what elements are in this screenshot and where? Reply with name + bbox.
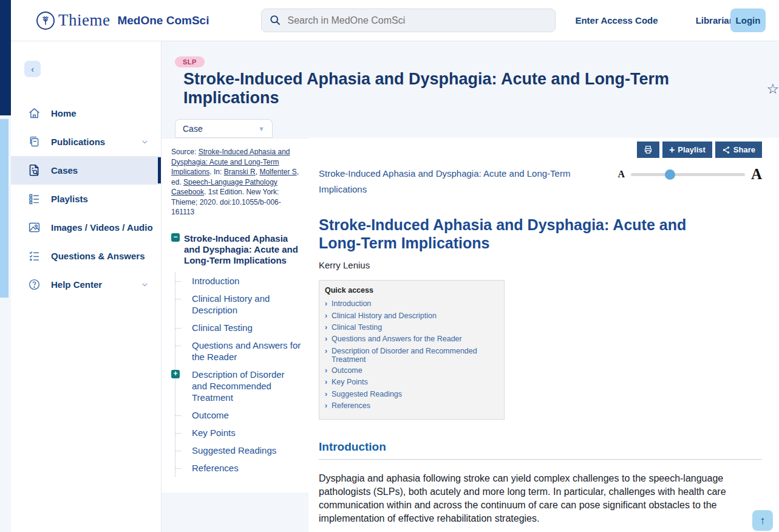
- toc-root-link[interactable]: Stroke-Induced Aphasia and Dysphagia: Ac…: [184, 233, 301, 266]
- font-decrease-label: A: [617, 169, 625, 180]
- favorite-star-icon[interactable]: ☆: [766, 81, 779, 97]
- quick-access-link[interactable]: Clinical History and Description: [332, 312, 437, 321]
- article-breadcrumb-title[interactable]: Stroke-Induced Aphasia and Dysphagia: Ac…: [319, 166, 580, 197]
- toc-item: Suggested Readings: [175, 442, 301, 459]
- enter-access-code-link[interactable]: Enter Access Code: [575, 15, 658, 26]
- search-icon: [269, 14, 281, 26]
- chevron-right-icon: ›: [325, 312, 327, 321]
- sidebar-collapse-button[interactable]: ‹: [24, 61, 41, 77]
- chevron-right-icon: ›: [325, 401, 327, 411]
- toc-item: Introduction: [175, 272, 301, 290]
- toc-link[interactable]: Outcome: [192, 410, 229, 420]
- quick-access-title: Quick access: [325, 286, 498, 295]
- scroll-to-top-button[interactable]: ↑: [752, 510, 773, 531]
- toc-link[interactable]: Clinical History and Description: [192, 293, 270, 315]
- font-size-slider[interactable]: [631, 173, 745, 176]
- quick-access-item: ›Questions and Answers for the Reader: [325, 333, 498, 345]
- toc-panel: Source: Stroke-Induced Aphasia and Dysph…: [162, 138, 308, 493]
- sidebar-item-label: Cases: [51, 165, 78, 176]
- toc-link[interactable]: Suggested Readings: [192, 445, 276, 455]
- sidebar-item-questions-answers[interactable]: Questions & Answers: [11, 242, 161, 270]
- toc-link[interactable]: Description of Disorder and Recommended …: [192, 369, 285, 403]
- content-panel: Source: Stroke-Induced Aphasia and Dysph…: [162, 138, 779, 532]
- quick-access-link[interactable]: Introduction: [332, 299, 371, 309]
- toc-link[interactable]: Key Points: [192, 428, 236, 438]
- brand-logo[interactable]: Thieme MedOne ComSci: [36, 11, 209, 30]
- left-accent-blue-bar: [0, 119, 9, 298]
- toc-item: Clinical History and Description: [175, 290, 301, 319]
- chevron-right-icon: ›: [325, 390, 327, 399]
- toc-item: Clinical Testing: [175, 319, 301, 336]
- sidebar-item-cases[interactable]: Cases: [11, 156, 161, 185]
- sidebar-item-label: Images / Videos / Audio: [51, 222, 153, 233]
- questions-answers-icon: [27, 250, 41, 262]
- add-to-playlist-button[interactable]: + Playlist: [662, 142, 712, 158]
- toc-link[interactable]: Questions and Answers for the Reader: [192, 340, 301, 362]
- login-button[interactable]: Login: [730, 9, 766, 32]
- quick-access-item: ›Description of Disorder and Recommended…: [325, 346, 498, 365]
- source-in: . In:: [209, 168, 223, 176]
- quick-access-link[interactable]: References: [332, 401, 370, 411]
- quick-access-box: Quick access ›Introduction ›Clinical His…: [319, 280, 505, 420]
- quick-access-item: ›Suggested Readings: [325, 389, 498, 400]
- sidebar-item-label: Help Center: [51, 279, 102, 290]
- main-content: SLP Stroke-Induced Aphasia and Dysphagia…: [162, 41, 779, 532]
- publications-icon: [27, 135, 41, 148]
- toc-item: Outcome: [175, 406, 301, 424]
- toc-link[interactable]: References: [192, 463, 239, 473]
- plus-icon: +: [669, 145, 675, 155]
- quick-access-item: ›Outcome: [325, 365, 498, 377]
- print-icon: [644, 145, 653, 154]
- quick-access-link[interactable]: Description of Disorder and Recommended …: [332, 347, 498, 364]
- font-increase-label: A: [751, 166, 762, 183]
- slp-category-badge: SLP: [175, 56, 205, 67]
- quick-access-link[interactable]: Questions and Answers for the Reader: [332, 335, 462, 344]
- source-editor-link[interactable]: Molfenter S: [259, 168, 296, 176]
- quick-access-link[interactable]: Suggested Readings: [332, 390, 402, 399]
- chevron-right-icon: ›: [325, 366, 327, 375]
- quick-access-link[interactable]: Outcome: [332, 366, 362, 375]
- image-video-audio-icon: [27, 221, 41, 234]
- sidebar-item-publications[interactable]: Publications: [11, 128, 161, 156]
- toc-item: Questions and Answers for the Reader: [175, 336, 301, 366]
- sidebar-item-label: Questions & Answers: [51, 251, 145, 261]
- chevron-right-icon: ›: [325, 323, 327, 332]
- chevron-right-icon: ›: [325, 347, 327, 364]
- toc-link[interactable]: Clinical Testing: [192, 322, 253, 333]
- top-header: Thieme MedOne ComSci Enter Access Code L…: [0, 0, 779, 41]
- font-size-slider-thumb[interactable]: [665, 169, 675, 180]
- expand-node-icon[interactable]: +: [171, 370, 180, 378]
- toc-link[interactable]: Introduction: [192, 276, 239, 286]
- chevron-down-icon: ▼: [258, 125, 265, 132]
- doc-type-dropdown[interactable]: Case ▼: [175, 119, 273, 138]
- sidebar-item-media[interactable]: Images / Videos / Audio: [11, 213, 161, 242]
- chevron-down-icon: [141, 138, 149, 146]
- help-icon: [27, 278, 41, 291]
- quick-access-link[interactable]: Clinical Testing: [332, 323, 382, 332]
- source-prefix: Source:: [171, 148, 199, 156]
- sidebar-item-playlists[interactable]: Playlists: [11, 185, 161, 213]
- source-editor-link[interactable]: Branski R: [224, 168, 256, 176]
- doc-type-selected: Case: [183, 124, 203, 134]
- sidebar-item-help-center[interactable]: Help Center: [11, 270, 161, 299]
- collapse-node-icon[interactable]: −: [171, 233, 180, 242]
- print-button[interactable]: [637, 142, 659, 158]
- toc-item: Key Points: [175, 424, 301, 442]
- quick-access-link[interactable]: Key Points: [332, 378, 368, 387]
- section-introduction: Introduction Dysphagia and aphasia follo…: [319, 440, 762, 525]
- toc-item: References: [175, 459, 301, 477]
- quick-access-item: ›Introduction: [325, 298, 498, 310]
- chevron-down-icon: [141, 281, 149, 288]
- sidebar-item-home[interactable]: Home: [11, 99, 161, 128]
- quick-access-item: ›References: [325, 400, 498, 412]
- share-button[interactable]: Share: [715, 142, 762, 158]
- sidebar-item-label: Home: [51, 108, 77, 118]
- quick-access-item: ›Key Points: [325, 377, 498, 388]
- home-icon: [27, 107, 41, 120]
- article-author: Kerry Lenius: [319, 260, 762, 270]
- brand-name: Thieme: [58, 11, 110, 30]
- search-input[interactable]: [261, 9, 556, 32]
- table-of-contents: − Stroke-Induced Aphasia and Dysphagia: …: [171, 233, 301, 477]
- chevron-right-icon: ›: [325, 378, 327, 387]
- section-paragraph: Dysphagia and aphasia following stroke c…: [319, 472, 762, 525]
